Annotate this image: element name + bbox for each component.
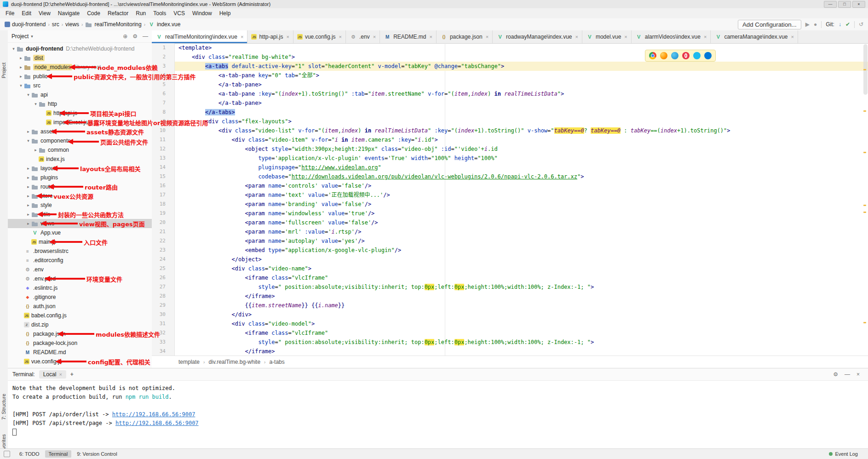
tab-close-icon[interactable]: × [241,34,243,40]
code-line[interactable]: 21 <param name='mrl' :value='i.rtsp'/> [152,227,868,236]
maximize-button[interactable]: □ [838,1,851,8]
code-line[interactable]: 8 </a-tabs> [152,108,868,117]
tree-item-store[interactable]: ▸store [8,191,152,201]
tree-item-assets[interactable]: ▸assets [8,127,152,136]
code-line[interactable]: 11 <div class="video-item" v-for="i in i… [152,135,868,144]
close-icon[interactable]: × [59,372,62,377]
editor-tab-roadwaymanage-index-vue[interactable]: VroadwayManage\index.vue× [493,30,582,43]
status-item-terminal[interactable]: Terminal [45,450,72,458]
menu-item-tools[interactable]: Tools [149,10,170,17]
tree-item-components[interactable]: ▾components [8,136,152,145]
tree-item-babel-config-js[interactable]: JSbabel.config.js [8,311,152,320]
code-line[interactable]: 32 <iframe class="vlcIframe" [152,328,868,338]
editor-tab-env[interactable]: ⚙.env× [346,30,380,43]
tree-item-utils[interactable]: ▸utils [8,210,152,219]
editor-tab-cameramanage-index-vue[interactable]: VcameraManage\index.vue× [711,30,798,43]
breadcrumb-item-div-realtime-bg-white[interactable]: div.realTime.bg-white [208,359,260,365]
expand-arrow-icon[interactable]: ▸ [25,184,31,189]
tree-item-dist-zip[interactable]: Zdist.zip [8,320,152,329]
tab-close-icon[interactable]: × [373,34,376,40]
tab-close-icon[interactable]: × [339,34,342,40]
terminal-output[interactable]: Note that the development build is not o… [8,380,868,449]
tab-close-icon[interactable]: × [286,34,289,40]
menu-item-edit[interactable]: Edit [18,10,35,17]
terminal-tab-local[interactable]: Local × [39,370,66,379]
expand-arrow-icon[interactable]: ▾ [25,138,31,143]
tree-item-layouts[interactable]: ▸layouts [8,164,152,173]
code-line[interactable]: 5 </a-tab-pane> [152,80,868,89]
expand-arrow-icon[interactable]: ▸ [25,212,31,217]
code-line[interactable]: 23 <embed type="application/x-google-vlc… [152,246,868,255]
edge-browser-icon[interactable] [704,52,712,59]
status-item-event-log[interactable]: Event Log [825,450,862,458]
tree-item-eslintrc-js[interactable]: ◆.eslintrc.js [8,283,152,293]
tab-close-icon[interactable]: × [575,34,578,40]
menu-item-run[interactable]: Run [132,10,149,17]
code-line[interactable]: 33 style=" position:absolute;visibility:… [152,338,868,347]
editor-tab-readme-md[interactable]: MREADME.md× [380,30,437,43]
tree-item-common[interactable]: ▸common [8,145,152,155]
code-line[interactable]: 16 <param name='controls' value='false'/… [152,181,868,190]
tree-item-package-lock-json[interactable]: {}package-lock.json [8,339,152,348]
breadcrumb-item-views[interactable]: views [65,21,79,28]
gear-icon[interactable]: ⚙ [833,371,838,378]
breadcrumb-item-realtimemonitoring[interactable]: realTimeMonitoring [85,21,141,28]
code-line[interactable]: 24 </object> [152,255,868,264]
code-line[interactable]: 6 <a-tab-pane :key="(index+1).toString()… [152,89,868,98]
expand-arrow-icon[interactable]: ▸ [25,129,31,134]
close-button[interactable]: × [852,1,865,8]
code-line[interactable]: 28 </iframe> [152,292,868,301]
menu-item-help[interactable]: Help [216,10,235,17]
close-icon[interactable]: × [857,371,860,378]
tree-item-views[interactable]: ▸views [8,219,152,228]
code-line[interactable]: 14 pluginspage="http://www.videolan.org" [152,163,868,172]
breadcrumb-item-index-vue[interactable]: Vindex.vue [148,21,180,28]
sidebar-item-structure[interactable]: 7: Structure [1,394,6,420]
expand-arrow-icon[interactable]: ▸ [25,194,31,198]
code-line[interactable]: 27 style=" position:absolute;visibility:… [152,282,868,292]
tree-item-main-js[interactable]: JSmain.js [8,237,152,247]
tree-item-plugins[interactable]: ▸plugins [8,173,152,182]
tool-window-switcher-icon[interactable] [4,451,10,457]
editor-tab-alarmvideos-index-vue[interactable]: ValarmVideos\index.vue× [632,30,711,43]
tree-item-api[interactable]: ▾api [8,90,152,99]
code-line[interactable]: 19 <param name='windowless' value='true'… [152,209,868,218]
editor-tab-package-json[interactable]: {}package.json× [437,30,493,43]
minimize-button[interactable]: — [824,1,837,8]
code-line[interactable]: 7 </a-tab-pane> [152,98,868,108]
tab-close-icon[interactable]: × [429,34,432,40]
gear-icon[interactable]: ⚙ [132,33,138,40]
status-item-9-version-control[interactable]: 9: Version Control [73,450,121,458]
history-icon[interactable]: ↺ [859,21,863,28]
code-line[interactable]: 22 <param name='autoplay' value='yes'/> [152,236,868,246]
menu-item-navigate[interactable]: Navigate [54,10,83,17]
add-configuration-button[interactable]: Add Configuration... [738,20,801,29]
tree-item-editorconfig[interactable]: ≡.editorconfig [8,256,152,265]
editor-tab-vue-config-js[interactable]: JSvue.config.js× [293,30,346,43]
tab-close-icon[interactable]: × [791,34,793,40]
tree-item-app-vue[interactable]: VApp.vue [8,228,152,237]
tree-item-env[interactable]: ⚙.env [8,265,152,274]
expand-arrow-icon[interactable]: ▸ [25,221,31,226]
editor-tab-http-api-js[interactable]: JShttp-api.js× [247,30,293,43]
tree-item-duoji-frontend[interactable]: ▾duoji-frontendD:\zheheWeb\duoji-fronten… [8,44,152,53]
tree-item-package-json[interactable]: {}package.json [8,329,152,339]
expand-arrow-icon[interactable]: ▾ [33,102,39,106]
menu-item-code[interactable]: Code [83,10,104,17]
opera-browser-icon[interactable] [682,52,690,59]
firefox-browser-icon[interactable] [660,52,667,59]
tree-item-readme-md[interactable]: MREADME.md [8,348,152,357]
sidebar-item-project[interactable]: Project [1,63,6,78]
code-line[interactable]: 26 <iframe class="vlcIframe" [152,273,868,282]
ie-browser-icon[interactable] [693,52,701,59]
code-line[interactable]: 1<template> [152,43,868,52]
code-line[interactable]: 4 <a-tab-pane key="0" tab="全部"> [152,71,868,80]
expand-arrow-icon[interactable]: ▸ [18,65,24,69]
locate-icon[interactable]: ⊕ [123,33,127,40]
menu-item-window[interactable]: Window [189,10,216,17]
tree-item-env-prod[interactable]: ⚙.env.prod [8,274,152,283]
git-update-icon[interactable]: ↓ [839,21,841,28]
tree-item-style[interactable]: ▸style [8,201,152,210]
code-line[interactable]: 25 <div class="video-name"> [152,264,868,273]
tab-close-icon[interactable]: × [486,34,489,40]
